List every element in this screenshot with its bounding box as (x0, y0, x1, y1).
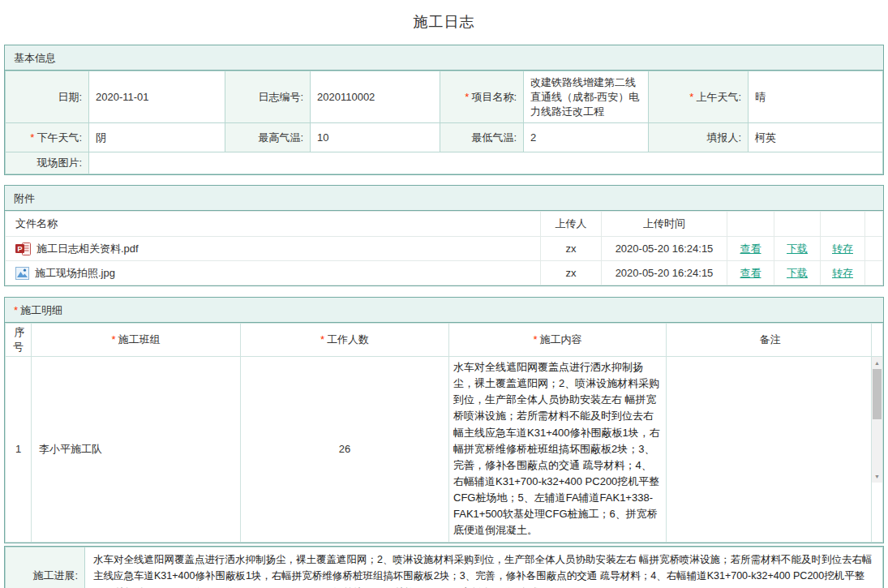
detail-section-header: *施工明细 (5, 298, 883, 323)
attachments-header-row: 文件名称 上传人 上传时间 (6, 212, 883, 237)
transfer-link[interactable]: 转存 (832, 242, 853, 255)
reporter-value: 柯英 (749, 123, 883, 152)
view-link[interactable]: 查看 (740, 242, 761, 255)
uploader-column-header: 上传人 (541, 212, 602, 237)
attachments-table: 文件名称 上传人 上传时间 (5, 211, 883, 285)
image-file-icon (15, 267, 29, 280)
scroll-down-arrow[interactable]: ▼ (872, 470, 882, 483)
max-temp-label: 最高气温: (225, 123, 311, 152)
basic-info-row-1: 日期: 2020-11-01 日志编号: 2020110002 *项目名称: 改… (6, 71, 883, 123)
workers-column-header: *工作人数 (241, 324, 449, 357)
max-temp-value: 10 (311, 123, 440, 152)
project-name-value: 改建铁路线增建第二线直通线（成都-西安）电力线路迁改工程 (524, 71, 649, 123)
log-number-label: 日志编号: (225, 71, 311, 123)
empty-header-cell (774, 212, 821, 237)
view-link[interactable]: 查看 (740, 267, 761, 279)
attachments-section: 附件 文件名称 上传人 上传时间 (4, 185, 884, 286)
remark-cell (667, 357, 872, 543)
basic-info-table: 日期: 2020-11-01 日志编号: 2020110002 *项目名称: 改… (5, 71, 883, 174)
required-mark: * (465, 91, 469, 103)
progress-label: 施工进展: (6, 547, 85, 588)
vertical-scrollbar[interactable]: ▲ ▼ (872, 357, 882, 483)
team-cell: 李小平施工队 (32, 357, 241, 543)
detail-section: *施工明细 序号 *施工班组 *工作人数 *施工内容 备注 1 李小平施工队 2… (4, 297, 884, 543)
log-number-value: 2020110002 (311, 71, 440, 123)
content-cell: 水车对全线遮阳网覆盖点进行洒水抑制扬尘，裸土覆盖遮阳网；2、喷淋设施材料采购到位… (449, 357, 667, 543)
project-name-label: *项目名称: (440, 71, 524, 123)
workers-cell: 26 (241, 357, 449, 543)
scroll-up-arrow[interactable]: ▲ (872, 357, 882, 369)
svg-text:P: P (17, 245, 22, 253)
file-name-cell: 施工现场拍照.jpg (6, 261, 541, 285)
file-name: 施工日志相关资料.pdf (36, 242, 139, 255)
afternoon-weather-label: *下午天气: (6, 123, 89, 152)
download-link[interactable]: 下载 (787, 242, 808, 255)
file-name-column-header: 文件名称 (6, 212, 541, 237)
reporter-label: 填报人: (649, 123, 749, 152)
detail-table: 序号 *施工班组 *工作人数 *施工内容 备注 1 李小平施工队 26 水车对全… (5, 323, 883, 543)
min-temp-label: 最低气温: (440, 123, 524, 152)
upload-time-cell: 2020-05-20 16:24:15 (602, 237, 727, 261)
upload-time-column-header: 上传时间 (602, 212, 727, 237)
site-photo-value (89, 152, 883, 174)
attachment-row-jpg: 施工现场拍照.jpg zx 2020-05-20 16:24:15 查看 下载 … (6, 261, 883, 285)
basic-info-section: 基本信息 日期: 2020-11-01 日志编号: 2020110002 *项目… (4, 45, 884, 175)
required-mark: * (30, 131, 34, 144)
basic-info-row-2: *下午天气: 阴 最高气温: 10 最低气温: 2 填报人: 柯英 (6, 123, 883, 152)
site-photo-label: 现场图片: (6, 152, 89, 174)
empty-header-cell (865, 212, 883, 237)
uploader-cell: zx (541, 261, 602, 285)
scrollbar-thumb[interactable] (873, 369, 882, 419)
min-temp-value: 2 (524, 123, 649, 152)
pdf-file-icon: P (15, 242, 31, 255)
detail-row: 1 李小平施工队 26 水车对全线遮阳网覆盖点进行洒水抑制扬尘，裸土覆盖遮阳网；… (6, 357, 883, 543)
transfer-link[interactable]: 转存 (832, 267, 853, 279)
basic-info-row-3: 现场图片: (6, 152, 883, 174)
page-title: 施工日志 (0, 0, 888, 45)
seq-column-header: 序号 (6, 324, 32, 357)
scrollbar-column-header (872, 324, 883, 357)
file-name: 施工现场拍照.jpg (35, 267, 115, 279)
file-name-cell: P 施工日志相关资料.pdf (6, 237, 541, 261)
required-mark: * (689, 91, 693, 103)
date-label: 日期: (6, 71, 89, 123)
construction-log-page: 施工日志 基本信息 日期: 2020-11-01 日志编号: 202011000… (0, 0, 888, 588)
summary-table: 施工进展: 水车对全线遮阳网覆盖点进行洒水抑制扬尘，裸土覆盖遮阳网；2、喷淋设施… (5, 547, 883, 588)
empty-cell (865, 261, 883, 285)
attachments-section-header: 附件 (5, 186, 883, 211)
content-column-header: *施工内容 (449, 324, 667, 357)
attachment-row-pdf: P 施工日志相关资料.pdf zx 2020-05-20 16:24:15 查看… (6, 237, 883, 261)
required-mark: * (14, 304, 18, 316)
remark-column-header: 备注 (667, 324, 872, 357)
empty-header-cell (727, 212, 774, 237)
download-link[interactable]: 下载 (787, 267, 808, 279)
date-value: 2020-11-01 (89, 71, 225, 123)
morning-weather-value: 晴 (749, 71, 883, 123)
morning-weather-label: *上午天气: (649, 71, 749, 123)
summary-section: 施工进展: 水车对全线遮阳网覆盖点进行洒水抑制扬尘，裸土覆盖遮阳网；2、喷淋设施… (4, 546, 884, 588)
seq-cell: 1 (6, 357, 32, 543)
progress-row: 施工进展: 水车对全线遮阳网覆盖点进行洒水抑制扬尘，裸土覆盖遮阳网；2、喷淋设施… (6, 547, 883, 588)
empty-header-cell (821, 212, 865, 237)
team-column-header: *施工班组 (32, 324, 241, 357)
uploader-cell: zx (541, 237, 602, 261)
progress-text: 水车对全线遮阳网覆盖点进行洒水抑制扬尘，裸土覆盖遮阳网；2、喷淋设施材料采购到位… (85, 547, 883, 588)
upload-time-cell: 2020-05-20 16:24:15 (602, 261, 727, 285)
detail-header-row: 序号 *施工班组 *工作人数 *施工内容 备注 (6, 324, 883, 357)
scrollbar-cell: ▲ ▼ (872, 357, 883, 543)
afternoon-weather-value: 阴 (89, 123, 225, 152)
empty-cell (865, 237, 883, 261)
basic-info-section-header: 基本信息 (5, 45, 883, 71)
